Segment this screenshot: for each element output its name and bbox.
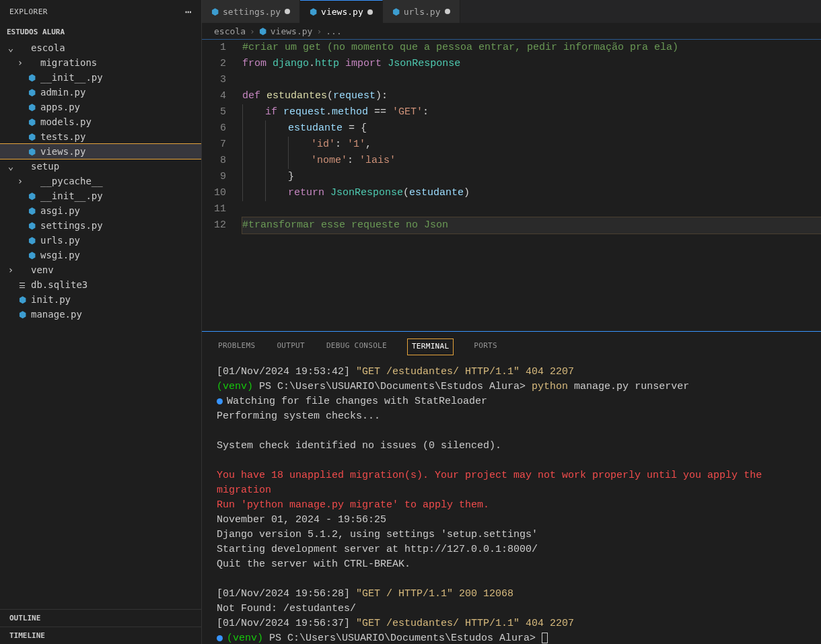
line-number: 4: [202, 88, 226, 104]
code-line[interactable]: #transformar esse requeste no Json: [242, 217, 821, 234]
panel-tab-problems[interactable]: PROBLEMS: [217, 338, 256, 355]
tree-item-label: __pycache__: [40, 176, 103, 186]
code-line[interactable]: def estudantes(request):: [242, 88, 821, 104]
python-icon: ⬢: [16, 310, 28, 320]
main-area: ⬢settings.py⬢views.py⬢urls.py escola › ⬢…: [202, 0, 821, 644]
file-item[interactable]: ⬢models.py: [0, 114, 201, 129]
terminal-line: System check identified no issues (0 sil…: [217, 439, 806, 454]
file-item[interactable]: ⬢__init__.py: [0, 188, 201, 203]
code-line[interactable]: estudante = {: [242, 120, 821, 137]
tree-item-label: venv: [31, 264, 54, 275]
terminal-line: (venv) PS C:\Users\USUARIO\Documents\Est…: [217, 631, 806, 644]
python-icon: ⬢: [392, 7, 400, 17]
tab-label: urls.py: [404, 7, 441, 17]
python-icon: ⬢: [259, 26, 266, 36]
dirty-indicator-icon: [285, 9, 290, 14]
terminal-line: (venv) PS C:\Users\USUARIO\Documents\Est…: [217, 380, 806, 394]
terminal-line: [01/Nov/2024 19:56:28] "GET / HTTP/1.1" …: [217, 587, 806, 602]
panel-tab-terminal[interactable]: TERMINAL: [407, 338, 454, 355]
file-item[interactable]: ⬢settings.py: [0, 218, 201, 233]
breadcrumb[interactable]: escola › ⬢ views.py › ...: [202, 24, 821, 39]
code-line[interactable]: }: [242, 169, 821, 185]
file-item[interactable]: ⬢wsgi.py: [0, 248, 201, 262]
file-item[interactable]: ⬢init.py: [0, 292, 201, 307]
file-item[interactable]: ⬢views.py: [0, 144, 201, 159]
folder-item[interactable]: ⌄escola: [0, 40, 201, 55]
breadcrumb-item[interactable]: ...: [326, 26, 341, 36]
code-line[interactable]: if request.method == 'GET':: [242, 104, 821, 120]
chevron-icon: ›: [15, 57, 26, 68]
line-number: 10: [202, 185, 226, 201]
code-content[interactable]: #criar um get (no momento que a pessoa e…: [242, 40, 821, 331]
editor-tab[interactable]: ⬢views.py: [300, 0, 383, 23]
project-name[interactable]: ESTUDOS ALURA: [0, 24, 201, 40]
chevron-icon: ›: [5, 264, 16, 275]
editor-tab[interactable]: ⬢urls.py: [383, 0, 460, 23]
chevron-right-icon: ›: [316, 26, 322, 36]
file-item[interactable]: ⬢urls.py: [0, 233, 201, 248]
tree-item-label: admin.py: [40, 87, 85, 98]
python-icon: ⬢: [26, 250, 38, 260]
file-item[interactable]: ⬢tests.py: [0, 129, 201, 144]
explorer-sidebar: EXPLORER ⋯ ESTUDOS ALURA ⌄escola›migrati…: [0, 0, 202, 644]
tree-item-label: views.py: [40, 146, 85, 157]
terminal-line: Starting development server at http://12…: [217, 542, 806, 557]
python-icon: ⬢: [310, 7, 317, 17]
code-line[interactable]: 'id': '1',: [242, 137, 821, 153]
chevron-icon: ›: [15, 176, 26, 186]
python-icon: ⬢: [26, 73, 38, 83]
tree-item-label: manage.py: [31, 309, 82, 320]
line-number: 12: [202, 217, 226, 234]
python-icon: ⬢: [26, 206, 38, 216]
file-item[interactable]: ⬢admin.py: [0, 85, 201, 100]
file-item[interactable]: ⬢asgi.py: [0, 203, 201, 218]
tab-label: views.py: [321, 7, 363, 17]
terminal-line: You have 18 unapplied migration(s). Your…: [217, 468, 806, 498]
python-icon: ⬢: [26, 221, 38, 231]
dirty-indicator-icon: [367, 9, 373, 15]
tree-item-label: __init__.py: [40, 72, 103, 83]
file-item[interactable]: db.sqlite3: [0, 277, 201, 292]
code-line[interactable]: [242, 201, 821, 217]
database-icon: [16, 279, 28, 290]
python-icon: ⬢: [26, 117, 38, 127]
breadcrumb-item[interactable]: escola: [214, 26, 246, 36]
line-number: 8: [202, 153, 226, 169]
folder-item[interactable]: ›venv: [0, 262, 201, 277]
more-actions-icon[interactable]: ⋯: [185, 5, 192, 18]
code-line[interactable]: return JsonResponse(estudante): [242, 185, 821, 201]
panel-tab-ports[interactable]: PORTS: [472, 338, 499, 355]
python-icon: ⬢: [26, 132, 38, 142]
code-editor[interactable]: 123456789101112 #criar um get (no moment…: [202, 39, 821, 331]
outline-section[interactable]: OUTLINE: [0, 609, 201, 627]
file-item[interactable]: ⬢__init__.py: [0, 70, 201, 85]
bottom-panel: PROBLEMSOUTPUTDEBUG CONSOLETERMINALPORTS…: [202, 331, 821, 644]
chevron-icon: ⌄: [5, 161, 16, 172]
panel-tabs: PROBLEMSOUTPUTDEBUG CONSOLETERMINALPORTS: [202, 332, 821, 355]
panel-tab-output[interactable]: OUTPUT: [275, 338, 306, 355]
file-item[interactable]: ⬢apps.py: [0, 100, 201, 114]
tab-label: settings.py: [223, 7, 281, 17]
editor-tab[interactable]: ⬢settings.py: [202, 0, 300, 23]
explorer-title: EXPLORER: [9, 7, 48, 16]
line-number: 11: [202, 201, 226, 217]
code-line[interactable]: from django.http import JsonResponse: [242, 56, 821, 72]
terminal-output[interactable]: [01/Nov/2024 19:53:42] "GET /estudantes/…: [202, 355, 821, 644]
chevron-icon: ⌄: [5, 42, 16, 53]
folder-item[interactable]: ⌄setup: [0, 159, 201, 174]
folder-item[interactable]: ›__pycache__: [0, 174, 201, 188]
tree-item-label: apps.py: [40, 102, 80, 112]
terminal-line: Run 'python manage.py migrate' to apply …: [217, 498, 806, 513]
terminal-line: [217, 572, 806, 587]
code-line[interactable]: [242, 72, 821, 88]
timeline-section[interactable]: TIMELINE: [0, 627, 201, 644]
folder-item[interactable]: ›migrations: [0, 55, 201, 70]
terminal-line: [217, 424, 806, 439]
terminal-line: Quit the server with CTRL-BREAK.: [217, 557, 806, 572]
dirty-indicator-icon: [445, 9, 450, 14]
code-line[interactable]: #criar um get (no momento que a pessoa e…: [242, 40, 821, 56]
breadcrumb-item[interactable]: views.py: [271, 26, 313, 36]
code-line[interactable]: 'nome': 'lais': [242, 153, 821, 169]
panel-tab-debug-console[interactable]: DEBUG CONSOLE: [325, 338, 388, 355]
file-item[interactable]: ⬢manage.py: [0, 307, 201, 322]
